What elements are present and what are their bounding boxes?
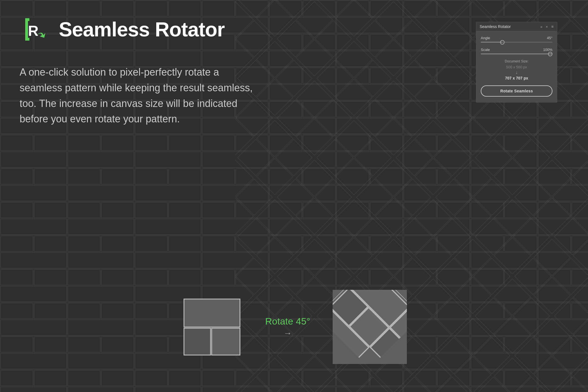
description-text: A one-click solution to pixel-perfectly … (20, 64, 260, 127)
angle-slider-track[interactable] (481, 42, 552, 43)
after-pattern-demo (333, 290, 407, 364)
doc-size-from: 500 x 500 px (481, 65, 552, 69)
panel-body: Angle 45° Scale 100% Document Size: 500 … (476, 31, 557, 102)
panel-controls: « × ≡ (540, 24, 554, 29)
app-logo: R (20, 14, 50, 45)
svg-text:R: R (28, 23, 39, 39)
scale-slider-thumb[interactable] (548, 52, 552, 56)
panel-title: Seamless Rotator (480, 24, 511, 29)
svg-rect-12 (184, 299, 240, 327)
scale-slider-track[interactable] (481, 53, 552, 54)
before-pattern-demo (181, 296, 243, 358)
svg-rect-14 (212, 328, 240, 355)
doc-size-label: Document Size: (481, 59, 552, 63)
angle-slider-fill (481, 42, 502, 43)
panel-close-button[interactable]: × (546, 25, 548, 29)
before-pattern-svg (181, 296, 243, 358)
document-size-section: Document Size: 500 x 500 px ↓ 707 x 707 … (481, 59, 552, 80)
rotate-seamless-button[interactable]: Rotate Seamless (481, 85, 552, 97)
panel-menu-button[interactable]: ≡ (551, 24, 554, 29)
doc-size-arrow-icon: ↓ (481, 70, 552, 75)
panel-collapse-button[interactable]: « (540, 25, 542, 29)
rotate-label-container: Rotate 45° → (265, 316, 310, 338)
rotate-arrow-icon: → (265, 328, 310, 338)
after-pattern-svg (333, 290, 407, 364)
panel-titlebar: Seamless Rotator « × ≡ (476, 22, 557, 31)
angle-label: Angle (481, 36, 490, 40)
demo-area: Rotate 45° → (0, 290, 588, 364)
angle-slider-thumb[interactable] (500, 40, 505, 45)
scale-slider-fill (481, 53, 552, 54)
angle-row: Angle 45° (481, 36, 552, 40)
svg-rect-13 (184, 328, 211, 355)
rotate-degrees-text: Rotate 45° (265, 316, 310, 327)
scale-label: Scale (481, 48, 490, 52)
seamless-rotator-panel: Seamless Rotator « × ≡ Angle 45° Scale 1… (476, 22, 557, 102)
scale-value: 100% (543, 48, 552, 52)
doc-size-to: 707 x 707 px (481, 76, 552, 80)
header: R Seamless Rotator (20, 14, 225, 45)
scale-row: Scale 100% (481, 48, 552, 52)
app-title: Seamless Rotator (59, 18, 225, 41)
angle-value: 45° (547, 36, 552, 40)
